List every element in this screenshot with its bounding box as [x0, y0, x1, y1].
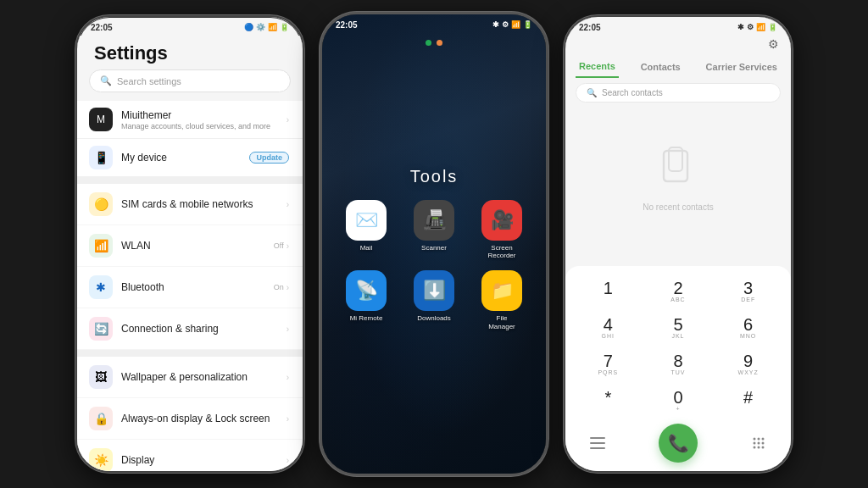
filemanager-label: FileManager	[488, 314, 515, 330]
bluetooth-status: On	[274, 283, 284, 291]
miuithemer-chevron: ›	[287, 115, 289, 125]
tools-grid: ✉️ Mail 📠 Scanner 🎥 ScreenRecorder	[339, 200, 529, 330]
svg-rect-2	[590, 437, 605, 439]
call-icon: 📞	[668, 433, 689, 453]
key-3[interactable]: 3 DEF	[714, 274, 782, 309]
tab-recents[interactable]: Recents	[576, 56, 619, 78]
svg-rect-4	[590, 447, 605, 449]
bluetooth-chevron: ›	[287, 283, 289, 292]
tab-contacts[interactable]: Contacts	[637, 57, 684, 77]
status-icons-middle: ✱ ⚙ 📶 🔋	[492, 20, 532, 29]
svg-point-6	[758, 438, 760, 441]
settings-divider-2	[77, 350, 303, 357]
display-label: Display	[121, 454, 287, 466]
tab-carrier[interactable]: Carrier Services	[703, 57, 781, 77]
key-5[interactable]: 5 JKL	[644, 311, 713, 346]
tool-downloads[interactable]: ⬇️ Downloads	[407, 270, 461, 330]
keypad-actions: 📞	[574, 419, 782, 466]
phone-left: 22:05 🔵 ⚙️ 📶 🔋 Settings 🔍 Search setting…	[75, 15, 304, 473]
dialer-gear-row: ⚙	[565, 36, 791, 53]
svg-point-9	[758, 442, 760, 445]
keypad-menu-icon[interactable]	[582, 428, 613, 458]
svg-rect-3	[590, 442, 605, 444]
key-6[interactable]: 6 MNO	[714, 311, 782, 346]
settings-item-bluetooth[interactable]: ✱ Bluetooth On ›	[77, 267, 303, 308]
settings-item-connection[interactable]: 🔄 Connection & sharing ›	[77, 308, 303, 350]
tool-miremote[interactable]: 📡 Mi Remote	[339, 270, 393, 330]
call-button[interactable]: 📞	[659, 424, 698, 463]
svg-point-12	[758, 446, 760, 449]
tool-scanner[interactable]: 📠 Scanner	[407, 200, 461, 260]
time-right: 22:05	[579, 23, 601, 32]
mydevice-icon: 📱	[89, 146, 113, 169]
dialer-settings-icon[interactable]: ⚙	[768, 37, 779, 51]
key-8[interactable]: 8 TUV	[644, 347, 713, 382]
scanner-label: Scanner	[421, 244, 447, 252]
phone-middle: 22:05 ✱ ⚙ 📶 🔋 Tools ✉️	[320, 12, 548, 476]
downloads-icon: ⬇️	[414, 270, 454, 311]
key-0[interactable]: 0 +	[644, 384, 713, 419]
settings-item-display[interactable]: ☀️ Display ›	[77, 440, 303, 473]
wlan-chevron: ›	[287, 241, 289, 251]
search-icon: 🔍	[100, 75, 112, 86]
time-middle: 22:05	[336, 20, 358, 30]
key-4[interactable]: 4 GHI	[574, 311, 643, 346]
tools-content: Tools ✉️ Mail 📠 Scanner 🎥	[322, 49, 546, 474]
settings-item-wlan[interactable]: 📶 WLAN Off ›	[77, 225, 303, 267]
status-icons-left: 🔵 ⚙️ 📶 🔋	[244, 23, 289, 31]
tool-mail[interactable]: ✉️ Mail	[339, 200, 393, 260]
wallpaper-chevron: ›	[287, 373, 289, 382]
key-7[interactable]: 7 PQRS	[574, 347, 643, 382]
dialer-screen: 22:05 ✱ ⚙ 📶 🔋 ⚙ Recents Contacts Carrier…	[565, 17, 791, 471]
status-bar-middle: 22:05 ✱ ⚙ 📶 🔋	[322, 14, 546, 33]
downloads-label: Downloads	[417, 314, 451, 323]
alwayson-icon: 🔒	[89, 407, 113, 430]
time-left: 22:05	[91, 23, 113, 32]
no-contacts-area: No recent contacts	[565, 108, 791, 266]
settings-item-wallpaper[interactable]: 🖼 Wallpaper & personalization ›	[77, 357, 303, 398]
wlan-status: Off	[274, 241, 284, 250]
settings-search-bar[interactable]: 🔍 Search settings	[89, 69, 291, 92]
settings-item-mydevice[interactable]: 📱 My device Update	[77, 139, 303, 177]
wlan-icon: 📶	[89, 234, 113, 258]
update-badge[interactable]: Update	[249, 152, 289, 164]
dialer-search-bar[interactable]: 🔍 Search contacts	[576, 83, 781, 103]
simcards-icon: 🟡	[89, 192, 113, 216]
simcards-label: SIM cards & mobile networks	[121, 198, 287, 210]
wallpaper-label: Wallpaper & personalization	[121, 371, 287, 383]
key-2[interactable]: 2 ABC	[644, 274, 713, 309]
key-1[interactable]: 1	[574, 274, 643, 309]
bluetooth-label: Bluetooth	[121, 281, 274, 293]
camera-dot-1	[426, 40, 431, 46]
screenrecorder-label: ScreenRecorder	[488, 244, 516, 260]
scanner-icon: 📠	[414, 200, 454, 241]
connection-label: Connection & sharing	[121, 323, 287, 335]
display-icon: ☀️	[89, 448, 113, 472]
settings-item-miuithemer[interactable]: M Miuithemer Manage accounts, cloud serv…	[77, 101, 303, 139]
key-star[interactable]: *	[574, 384, 643, 419]
miremote-icon: 📡	[346, 270, 387, 311]
mail-label: Mail	[360, 244, 373, 252]
display-chevron: ›	[287, 456, 289, 465]
dialer-tabs: Recents Contacts Carrier Services	[565, 53, 791, 78]
mail-icon: ✉️	[346, 200, 387, 241]
settings-search-placeholder: Search settings	[117, 76, 181, 86]
settings-item-simcards[interactable]: 🟡 SIM cards & mobile networks ›	[77, 184, 303, 225]
search-icon-dialer: 🔍	[587, 88, 597, 97]
simcards-chevron: ›	[287, 200, 289, 209]
key-9[interactable]: 9 WXYZ	[714, 347, 782, 382]
screenrecorder-icon: 🎥	[481, 200, 522, 241]
alwayson-chevron: ›	[287, 414, 289, 424]
tool-screenrecorder[interactable]: 🎥 ScreenRecorder	[475, 200, 529, 260]
settings-divider-1	[77, 177, 303, 184]
miuithemer-label: Miuithemer	[121, 109, 287, 121]
no-contacts-text: No recent contacts	[643, 202, 713, 212]
settings-item-alwayson[interactable]: 🔒 Always-on display & Lock screen ›	[77, 398, 303, 440]
folder-title: Tools	[410, 167, 459, 186]
keypad-dialpad-icon[interactable]	[743, 428, 774, 458]
svg-point-7	[762, 438, 765, 441]
key-hash[interactable]: #	[714, 384, 782, 419]
status-bar-right: 22:05 ✱ ⚙ 📶 🔋	[565, 17, 791, 36]
tool-filemanager[interactable]: 📁 FileManager	[475, 270, 529, 330]
svg-point-10	[762, 442, 765, 445]
